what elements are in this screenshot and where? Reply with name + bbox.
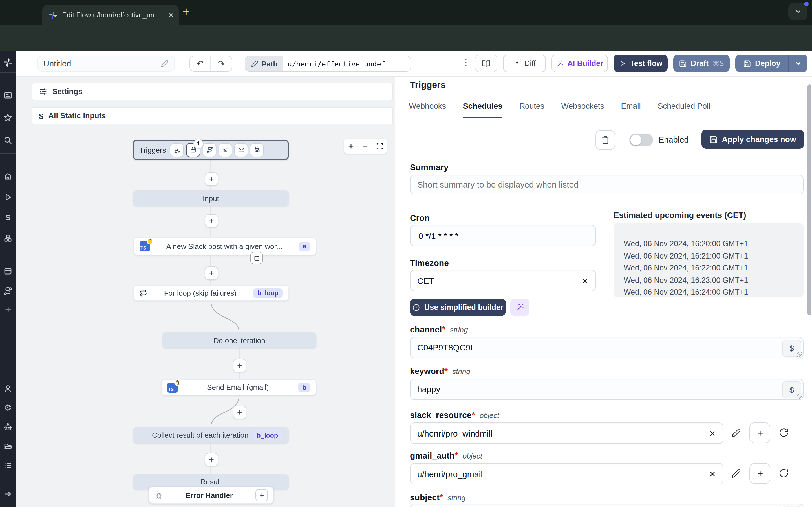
edit-resource-pencil-icon[interactable] <box>731 469 741 478</box>
iteration-node[interactable]: Do one iteration <box>162 332 316 348</box>
tab-websockets[interactable]: Websockets <box>561 101 604 118</box>
toggle-knob <box>630 135 641 145</box>
sidebar-item-home[interactable] <box>0 170 16 183</box>
add-step-button[interactable] <box>233 406 246 419</box>
slack-step-expand-button[interactable] <box>250 252 263 264</box>
add-resource-button[interactable] <box>749 463 770 484</box>
tab-email[interactable]: Email <box>621 101 641 118</box>
sidebar-item-workspace[interactable] <box>0 89 16 102</box>
scheduled-poll-trigger-icon[interactable] <box>250 144 263 156</box>
path-chip[interactable]: Path <box>245 56 283 71</box>
email-trigger-icon[interactable] <box>235 144 248 156</box>
email-step-node[interactable]: TS 🐧 Send Email (gmail) b <box>161 379 316 395</box>
sidebar-item-routes[interactable] <box>0 284 16 298</box>
add-error-handler-button[interactable] <box>255 489 268 501</box>
error-handler-node[interactable]: Error Handler <box>149 487 273 504</box>
events-panel: Wed, 06 Nov 2024, 16:20:00 GMT+1 Wed, 06… <box>613 223 804 297</box>
redo-button[interactable]: ↷ <box>211 56 232 71</box>
refresh-resource-icon[interactable] <box>779 468 789 478</box>
tab-close-icon[interactable]: × <box>168 11 174 19</box>
sidebar-expand-arrow-icon[interactable] <box>0 487 16 501</box>
diff-button[interactable]: Diff <box>503 55 546 72</box>
forloop-step-node[interactable]: For loop (skip failures) b_loop <box>133 285 289 301</box>
simplified-builder-button[interactable]: Use simplified builder <box>410 298 506 316</box>
new-tab-button[interactable]: + <box>182 6 190 17</box>
cron-input[interactable] <box>410 225 596 246</box>
sidebar-item-runs[interactable] <box>0 190 16 204</box>
panel-scrollbar[interactable] <box>808 84 811 316</box>
sidebar-item-users[interactable] <box>0 382 16 395</box>
slack-step-node[interactable]: TS 👶 A new Slack post with a given wor..… <box>134 237 316 255</box>
sidebar-item-workers[interactable] <box>0 420 16 434</box>
fit-view-icon[interactable] <box>376 143 384 150</box>
more-options-kebab-icon[interactable]: ⋮ <box>462 57 470 68</box>
chevron-down-icon <box>795 60 802 67</box>
sidebar-item-add[interactable] <box>0 302 16 316</box>
sidebar-item-search[interactable] <box>0 133 16 147</box>
summary-label: Summary <box>410 162 449 172</box>
tab-routes[interactable]: Routes <box>519 101 545 118</box>
resize-grip[interactable] <box>797 394 802 399</box>
timezone-input[interactable]: CET <box>410 270 596 291</box>
deploy-dropdown-button[interactable] <box>789 55 808 72</box>
ai-builder-button[interactable]: AI Builder <box>552 55 608 72</box>
browser-tab[interactable]: Edit Flow u/henri/effective_un × <box>42 4 179 25</box>
zoom-out-icon[interactable] <box>362 143 369 150</box>
sidebar-item-favorites[interactable] <box>0 111 16 124</box>
webhook-trigger-icon[interactable] <box>170 144 183 156</box>
summary-input[interactable] <box>410 175 804 194</box>
add-step-button[interactable] <box>205 267 218 280</box>
refresh-resource-icon[interactable] <box>779 428 789 438</box>
clear-x-icon[interactable] <box>581 277 589 284</box>
channel-input[interactable]: C04P9T8QC9L <box>410 337 804 358</box>
flow-name-box[interactable]: Untitled <box>37 56 175 71</box>
collect-node-label: Collect result of each iteration <box>152 431 249 439</box>
sidebar-item-settings[interactable]: ⚙ <box>0 401 16 414</box>
zoom-in-icon[interactable] <box>347 143 355 150</box>
route-trigger-icon[interactable] <box>203 144 216 156</box>
draft-button[interactable]: Draft ⌘S <box>673 55 730 72</box>
save-icon <box>743 59 751 67</box>
input-node[interactable]: Input <box>133 190 289 206</box>
collect-result-node[interactable]: Collect result of each iteration b_loop <box>133 427 289 443</box>
sidebar-item-resources[interactable] <box>0 231 16 245</box>
sidebar-item-audit-logs[interactable] <box>0 459 16 472</box>
path-input[interactable] <box>283 56 410 71</box>
triggers-node[interactable]: Triggers 1 <box>133 140 289 160</box>
slack-resource-input[interactable]: u/henri/pro_windmill <box>410 422 723 444</box>
websocket-trigger-icon[interactable] <box>219 144 232 156</box>
redo-icon: ↷ <box>218 59 225 69</box>
edit-resource-pencil-icon[interactable] <box>731 428 741 438</box>
sidebar-item-folders[interactable] <box>0 439 16 453</box>
delete-schedule-button[interactable] <box>596 130 615 150</box>
input-node-label: Input <box>203 194 219 203</box>
apply-changes-button[interactable]: Apply changes now <box>702 129 804 149</box>
test-flow-button[interactable]: Test flow <box>613 55 668 72</box>
edit-pencil-icon[interactable] <box>161 60 168 68</box>
tab-webhooks[interactable]: Webhooks <box>409 101 446 118</box>
add-step-button[interactable] <box>205 214 218 228</box>
keyword-input[interactable]: happy <box>410 379 804 400</box>
flow-canvas[interactable]: Settings $ All Static Inputs Triggers <box>16 76 395 507</box>
clear-x-icon[interactable] <box>709 430 716 437</box>
resize-grip[interactable] <box>797 352 802 357</box>
deploy-button[interactable]: Deploy <box>735 55 789 72</box>
windmill-logo-icon[interactable] <box>0 56 16 69</box>
subject-insert-variable-button[interactable]: $ <box>782 506 801 507</box>
sidebar-item-variables[interactable]: $ <box>0 211 16 224</box>
add-resource-button[interactable] <box>749 422 770 443</box>
tab-scheduled-poll[interactable]: Scheduled Poll <box>658 101 711 118</box>
add-step-button[interactable] <box>205 172 218 186</box>
add-step-button[interactable] <box>205 453 218 466</box>
ai-cron-button[interactable] <box>510 298 529 316</box>
subject-input[interactable] <box>410 504 804 507</box>
add-step-button[interactable] <box>233 359 246 372</box>
docs-button[interactable] <box>475 55 497 72</box>
enabled-toggle[interactable] <box>629 133 653 147</box>
undo-button[interactable]: ↶ <box>190 56 211 71</box>
tab-schedules[interactable]: Schedules <box>463 101 502 118</box>
clear-x-icon[interactable] <box>709 470 716 477</box>
sidebar-item-schedules[interactable] <box>0 264 16 278</box>
gmail-auth-input[interactable]: u/henri/pro_gmail <box>410 463 723 485</box>
schedule-trigger-icon[interactable]: 1 <box>186 143 200 157</box>
